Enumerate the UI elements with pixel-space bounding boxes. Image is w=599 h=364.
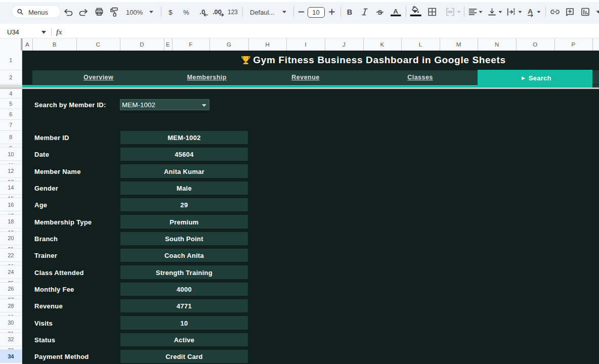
svg-text:A: A — [528, 8, 533, 15]
svg-text:A: A — [393, 8, 398, 15]
